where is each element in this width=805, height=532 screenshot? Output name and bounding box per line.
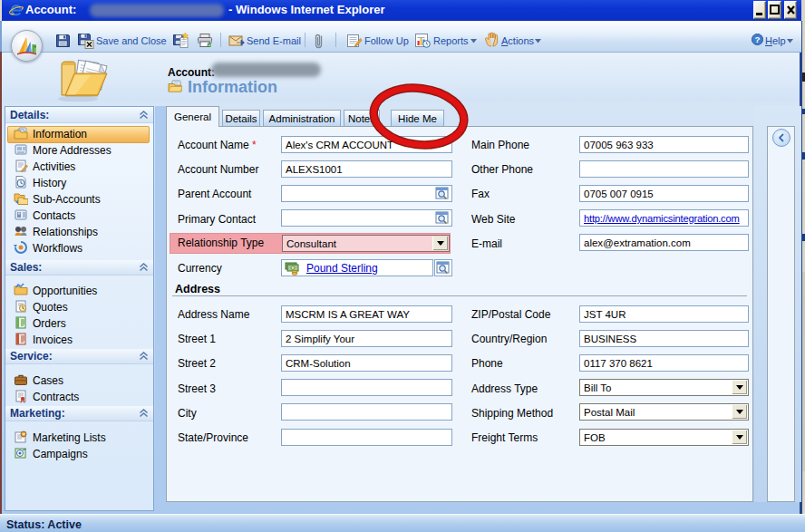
svg-text:?: ? [755, 34, 761, 44]
